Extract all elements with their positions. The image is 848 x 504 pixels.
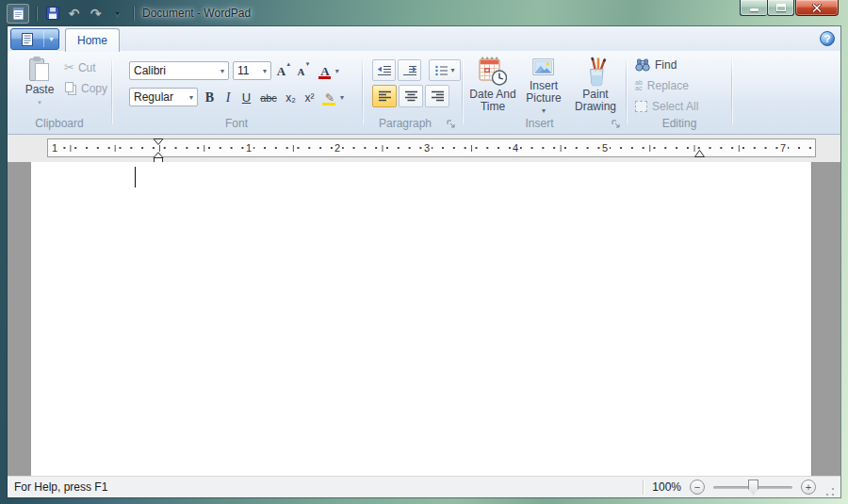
shrink-font-button[interactable]: A ▼ [295, 61, 313, 81]
status-text: For Help, press F1 [8, 480, 107, 494]
zoom-in-button[interactable]: + [801, 480, 816, 495]
insert-dialog-launcher[interactable] [612, 119, 622, 129]
font-style-select[interactable]: Regular ▾ [129, 88, 198, 106]
font-size-value: 11 [237, 64, 249, 77]
bold-button[interactable]: B [201, 88, 219, 107]
font-family-value: Calibri [134, 64, 166, 77]
increase-indent-button[interactable] [398, 59, 421, 81]
bullets-button[interactable]: ▾ [429, 59, 461, 81]
quick-access-toolbar: ↶ ↷ ▾ [0, 4, 137, 24]
ruler-number: 7 [778, 142, 788, 154]
down-arrow-icon: ▼ [305, 61, 311, 67]
highlight-button[interactable]: ✎ ▾ [320, 88, 349, 107]
date-and-time-button[interactable]: Date And Time [468, 57, 517, 117]
right-indent-marker[interactable] [693, 149, 706, 158]
document-page[interactable] [31, 162, 812, 476]
date-time-icon [479, 57, 507, 87]
group-separator [731, 59, 732, 124]
align-center-button[interactable] [399, 85, 423, 107]
save-icon [46, 7, 59, 20]
decrease-indent-icon [377, 64, 392, 77]
zoom-slider-thumb[interactable] [748, 480, 758, 496]
font-group-label: Font [113, 117, 360, 130]
strikethrough-button[interactable]: abc [257, 88, 280, 107]
paragraph-dialog-launcher[interactable] [447, 119, 457, 129]
ruler-number: 2 [333, 142, 342, 154]
align-left-icon [378, 90, 392, 103]
ruler-number: 1 [50, 142, 59, 154]
resize-grip[interactable] [824, 486, 836, 497]
text-caret [135, 167, 136, 187]
up-arrow-icon: ▲ [285, 61, 291, 67]
font-color-button[interactable]: A ▾ [316, 61, 344, 81]
chevron-down-icon: ▾ [38, 96, 41, 108]
font-color-swatch [318, 76, 331, 79]
copy-label: Copy [81, 82, 107, 95]
maximize-button[interactable] [767, 0, 794, 16]
chevron-down-icon: ▾ [259, 67, 267, 75]
find-button[interactable]: Find [635, 58, 677, 72]
grow-font-icon: A [277, 64, 285, 79]
underline-button[interactable]: U [237, 88, 255, 107]
cut-label: Cut [78, 61, 96, 74]
find-label: Find [655, 58, 677, 72]
wordpad-menu-button[interactable]: ▾ [10, 28, 59, 50]
ruler-strip: 1 1 2 3 4 5 7 [8, 135, 840, 162]
align-right-button[interactable] [425, 85, 449, 107]
ruler-number: 3 [422, 142, 432, 154]
zoom-out-button[interactable]: − [690, 480, 705, 495]
paint-drawing-icon [583, 57, 609, 87]
help-button[interactable]: ? [820, 31, 835, 46]
align-left-button[interactable] [372, 85, 397, 107]
font-size-select[interactable]: 11 ▾ [233, 61, 271, 80]
document-icon [11, 7, 25, 21]
qat-customize-button[interactable]: ▾ [108, 5, 126, 23]
shrink-font-icon: A [298, 66, 305, 77]
window-title: Document - WordPad [142, 7, 251, 20]
chevron-down-icon: ▾ [217, 67, 224, 75]
chevron-down-icon: ▾ [542, 105, 546, 117]
titlebar[interactable]: ↶ ↷ ▾ Document - WordPad [0, 0, 848, 26]
copy-icon [64, 82, 77, 95]
tab-strip: ▾ Home ? [8, 26, 840, 52]
undo-button[interactable]: ↶ [65, 5, 83, 23]
tab-home[interactable]: Home [65, 28, 120, 52]
font-family-select[interactable]: Calibri ▾ [129, 61, 229, 80]
minimize-button[interactable] [740, 0, 767, 16]
cut-icon: ✂ [64, 60, 74, 74]
wordpad-app-icon[interactable] [7, 4, 29, 24]
find-icon [635, 58, 650, 72]
picture-icon [530, 57, 558, 78]
copy-button[interactable]: Copy [64, 82, 107, 95]
chevron-down-icon: ▾ [335, 67, 339, 75]
paste-icon [29, 57, 50, 82]
paint-drawing-button[interactable]: Paint Drawing [570, 57, 621, 117]
replace-icon: abac [635, 80, 643, 91]
minus-icon: − [694, 481, 700, 494]
document-area [8, 162, 840, 476]
redo-button[interactable]: ↷ [87, 5, 105, 23]
ruler-number: 5 [600, 142, 610, 154]
replace-button[interactable]: abac Replace [635, 79, 689, 92]
first-line-indent-marker [154, 139, 163, 145]
bold-label: B [205, 90, 214, 106]
tab-home-label: Home [77, 34, 107, 47]
status-separator [643, 480, 644, 495]
subscript-button[interactable]: x₂ [282, 88, 300, 107]
paste-button[interactable]: Paste ▾ [19, 57, 60, 117]
zoom-slider-track[interactable] [713, 486, 792, 489]
superscript-button[interactable]: x² [301, 88, 318, 107]
cut-button[interactable]: ✂ Cut [64, 60, 96, 74]
paste-label: Paste [25, 84, 55, 96]
group-separator [462, 59, 463, 124]
insert-picture-button[interactable]: Insert Picture ▾ [521, 57, 566, 117]
redo-icon: ↷ [90, 6, 102, 21]
close-button[interactable] [795, 0, 839, 16]
save-button[interactable] [43, 5, 61, 23]
client-area: ▾ Home ? Paste ▾ ✂ Cut [8, 26, 840, 497]
select-all-button[interactable]: Select All [635, 100, 698, 113]
decrease-indent-button[interactable] [372, 59, 396, 81]
bullets-icon [434, 64, 448, 77]
italic-button[interactable]: I [220, 88, 236, 107]
grow-font-button[interactable]: A ▲ [274, 61, 294, 81]
